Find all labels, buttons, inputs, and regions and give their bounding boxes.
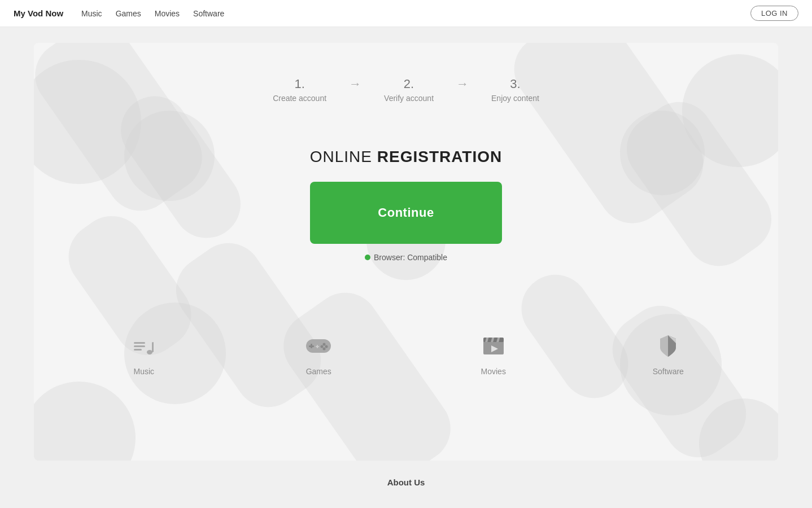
browser-status-dot [365,255,370,260]
login-button[interactable]: LOG IN [750,6,798,21]
arrow-2: → [456,77,469,91]
icon-software[interactable]: Software [652,330,684,376]
music-label: Music [133,367,154,376]
brand-logo[interactable]: My Vod Now [14,8,63,18]
nav-links: Music Games Movies Software [81,9,750,18]
games-label: Games [306,367,331,376]
software-label: Software [653,367,684,376]
nav-music[interactable]: Music [81,9,102,18]
continue-button[interactable]: Continue [310,182,502,244]
nav-games[interactable]: Games [116,9,141,18]
about-label[interactable]: About Us [387,478,425,487]
step-1-number: 1. [294,77,304,91]
steps-container: 1. Create account → 2. Verify account → … [56,77,756,103]
music-icon [128,330,160,361]
navbar: My Vod Now Music Games Movies Software L… [0,0,812,27]
about-section: About Us [34,461,778,504]
registration-section: ONLINE REGISTRATION Continue Browser: Co… [56,148,756,262]
arrow-1: → [349,77,361,91]
step-3-label: Enjoy content [491,94,539,103]
svg-rect-2 [134,349,142,351]
svg-rect-13 [316,346,319,347]
svg-point-9 [325,345,328,348]
step-2-label: Verify account [384,94,434,103]
registration-title: ONLINE REGISTRATION [310,148,503,166]
icon-movies[interactable]: Movies [478,330,509,376]
svg-rect-0 [134,342,145,344]
software-icon [652,330,684,361]
svg-point-3 [147,350,152,354]
svg-rect-1 [134,345,145,347]
movies-icon [478,330,509,361]
svg-point-8 [323,343,326,346]
icon-music[interactable]: Music [128,330,160,376]
title-light: ONLINE [310,148,377,165]
step-1: 1. Create account [273,77,326,103]
bottom-icons: Music [56,330,756,376]
nav-software[interactable]: Software [193,9,224,18]
step-1-label: Create account [273,94,326,103]
browser-status: Browser: Compatible [365,253,447,262]
svg-point-10 [323,348,326,351]
svg-rect-7 [309,345,314,347]
step-3-number: 3. [510,77,520,91]
movies-label: Movies [481,367,506,376]
games-icon [303,330,334,361]
title-bold: REGISTRATION [377,148,502,165]
step-2: 2. Verify account [384,77,434,103]
browser-status-text: Browser: Compatible [374,253,447,262]
step-3: 3. Enjoy content [491,77,539,103]
page-wrapper: 1. Create account → 2. Verify account → … [0,27,812,508]
step-2-number: 2. [404,77,414,91]
icon-games[interactable]: Games [303,330,334,376]
nav-movies[interactable]: Movies [155,9,180,18]
main-card: 1. Create account → 2. Verify account → … [34,43,778,461]
svg-point-11 [321,345,324,348]
